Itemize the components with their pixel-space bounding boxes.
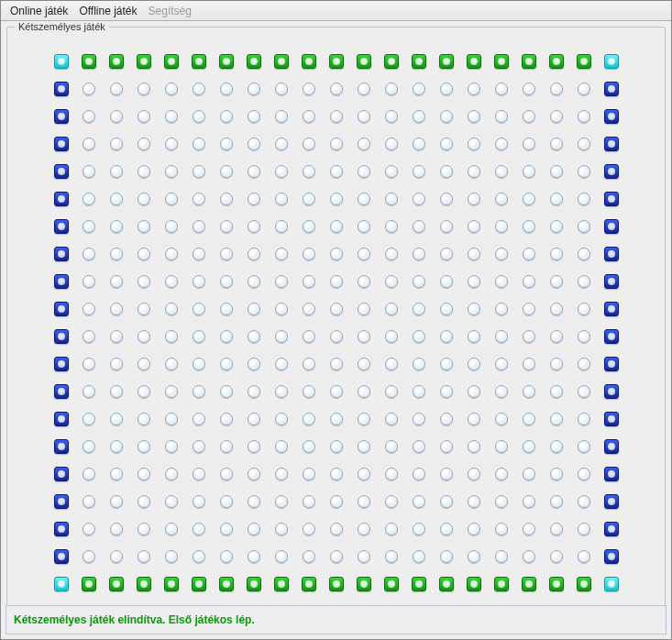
board-cell[interactable] <box>130 460 158 488</box>
board-cell[interactable] <box>158 323 185 350</box>
empty-node[interactable] <box>330 83 343 95</box>
board-cell[interactable] <box>185 323 213 350</box>
board-cell[interactable] <box>350 213 378 240</box>
board-cell[interactable] <box>268 213 295 240</box>
board-cell[interactable] <box>515 268 543 295</box>
empty-node[interactable] <box>468 220 480 233</box>
empty-node[interactable] <box>440 83 453 95</box>
empty-node[interactable] <box>165 165 178 178</box>
board-cell[interactable] <box>515 543 543 570</box>
board-cell[interactable] <box>405 295 433 323</box>
board-cell[interactable] <box>488 405 515 433</box>
board-cell[interactable] <box>158 103 185 130</box>
board-cell[interactable] <box>460 515 488 543</box>
board-cell[interactable] <box>350 350 378 378</box>
empty-node[interactable] <box>248 248 260 260</box>
empty-node[interactable] <box>83 303 95 315</box>
empty-node[interactable] <box>330 440 343 453</box>
empty-node[interactable] <box>193 138 205 150</box>
board-cell[interactable] <box>185 405 213 433</box>
empty-node[interactable] <box>413 83 425 95</box>
board-cell[interactable] <box>460 103 488 130</box>
empty-node[interactable] <box>303 138 315 150</box>
board-cell[interactable] <box>460 543 488 570</box>
board-cell[interactable] <box>75 75 103 103</box>
board-cell[interactable] <box>213 405 240 433</box>
board-cell[interactable] <box>350 75 378 103</box>
empty-node[interactable] <box>358 550 370 563</box>
board-cell[interactable] <box>460 185 488 213</box>
empty-node[interactable] <box>440 358 453 370</box>
empty-node[interactable] <box>248 275 260 288</box>
empty-node[interactable] <box>385 523 398 535</box>
board-cell[interactable] <box>268 323 295 350</box>
empty-node[interactable] <box>138 385 150 398</box>
empty-node[interactable] <box>413 248 425 260</box>
board-cell[interactable] <box>460 240 488 268</box>
empty-node[interactable] <box>110 303 123 315</box>
board-cell[interactable] <box>543 378 570 405</box>
empty-node[interactable] <box>83 495 95 508</box>
empty-node[interactable] <box>275 83 288 95</box>
empty-node[interactable] <box>578 193 590 205</box>
empty-node[interactable] <box>193 248 205 260</box>
board-cell[interactable] <box>405 103 433 130</box>
board-cell[interactable] <box>240 433 268 460</box>
empty-node[interactable] <box>303 358 315 370</box>
empty-node[interactable] <box>413 413 425 425</box>
board-cell[interactable] <box>268 130 295 158</box>
empty-node[interactable] <box>385 358 398 370</box>
empty-node[interactable] <box>358 275 370 288</box>
board-cell[interactable] <box>488 213 515 240</box>
empty-node[interactable] <box>110 83 123 95</box>
empty-node[interactable] <box>220 165 233 178</box>
empty-node[interactable] <box>193 275 205 288</box>
empty-node[interactable] <box>220 248 233 260</box>
board-cell[interactable] <box>350 158 378 185</box>
board-cell[interactable] <box>240 103 268 130</box>
board-cell[interactable] <box>378 323 405 350</box>
board-cell[interactable] <box>460 488 488 515</box>
empty-node[interactable] <box>413 550 425 563</box>
board-cell[interactable] <box>240 378 268 405</box>
board-cell[interactable] <box>213 240 240 268</box>
empty-node[interactable] <box>220 550 233 563</box>
empty-node[interactable] <box>220 440 233 453</box>
board-cell[interactable] <box>185 185 213 213</box>
empty-node[interactable] <box>413 303 425 315</box>
board-cell[interactable] <box>488 103 515 130</box>
board-cell[interactable] <box>268 405 295 433</box>
board-cell[interactable] <box>570 515 598 543</box>
board-cell[interactable] <box>488 488 515 515</box>
empty-node[interactable] <box>220 110 233 123</box>
empty-node[interactable] <box>358 358 370 370</box>
board-cell[interactable] <box>103 268 130 295</box>
empty-node[interactable] <box>358 193 370 205</box>
empty-node[interactable] <box>275 165 288 178</box>
board-cell[interactable] <box>378 185 405 213</box>
board-cell[interactable] <box>323 295 350 323</box>
board-cell[interactable] <box>130 405 158 433</box>
empty-node[interactable] <box>468 275 480 288</box>
empty-node[interactable] <box>550 193 563 205</box>
board-cell[interactable] <box>323 460 350 488</box>
empty-node[interactable] <box>303 385 315 398</box>
board-cell[interactable] <box>75 378 103 405</box>
empty-node[interactable] <box>110 110 123 123</box>
board-cell[interactable] <box>103 460 130 488</box>
empty-node[interactable] <box>358 220 370 233</box>
empty-node[interactable] <box>275 193 288 205</box>
empty-node[interactable] <box>550 413 563 425</box>
board-cell[interactable] <box>378 130 405 158</box>
board-cell[interactable] <box>488 240 515 268</box>
board-cell[interactable] <box>378 460 405 488</box>
empty-node[interactable] <box>275 413 288 425</box>
board-cell[interactable] <box>323 213 350 240</box>
board-cell[interactable] <box>515 158 543 185</box>
empty-node[interactable] <box>413 220 425 233</box>
board-cell[interactable] <box>130 433 158 460</box>
empty-node[interactable] <box>523 550 535 563</box>
empty-node[interactable] <box>138 550 150 563</box>
empty-node[interactable] <box>110 495 123 508</box>
empty-node[interactable] <box>275 358 288 370</box>
